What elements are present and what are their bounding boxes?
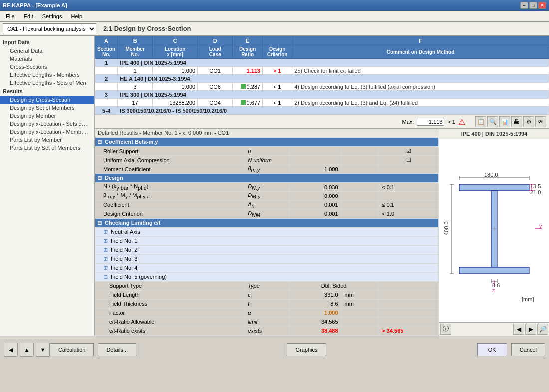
dny-val: 0.030 [289,183,341,192]
menu-help[interactable]: Help [67,12,86,20]
factor-label: Factor [95,308,245,317]
maximize-button[interactable]: □ [529,2,537,9]
svg-text:y: y [539,223,542,229]
main-table-area: A B C D E F SectionNo. MemberNo. Locatio… [95,36,549,115]
table-row: 3 0.000 CO6 0.287 < 1 4) Design accordin… [95,83,549,91]
col-header-e: E [233,36,263,45]
field-thick-crit [379,299,439,308]
max-row-toolbar: Max: > 1 ⚠ 📋 🔍 📊 🖶 ⚙ 👁 [95,115,549,129]
svg-text:180.0: 180.0 [484,172,498,178]
detail-row-field5-header[interactable]: ⊟ Field No. 5 (governing) [95,272,439,281]
col-header-e2 [263,36,292,45]
detail-row-field3[interactable]: ⊞ Field No. 3 [95,254,439,263]
cell-criterion: 4) Design according to Eq. (3) fulfilled… [292,83,549,91]
menu-settings[interactable]: Settings [38,12,66,20]
table-icon-btn-4[interactable]: 🖶 [511,116,522,127]
bottom-right-actions: OK Cancel [477,343,545,356]
svg-text:13.5: 13.5 [530,183,541,189]
table-icon-btn-2[interactable]: 🔍 [487,116,498,127]
detail-row-neutral-axis[interactable]: ⊞ Neutral Axis [95,227,439,236]
support-type-label: Support Type [95,281,245,290]
sidebar-item-design-member[interactable]: Design by Member [0,112,94,120]
detail-section-header-ct[interactable]: ⊟ Checking Limiting c/t [95,218,439,227]
dny-label: N / (ky bar * Npl,d) [95,183,245,192]
ok-button[interactable]: OK [477,343,507,356]
ct-exists-val: 38.488 [289,326,341,335]
table-icon-btn-5[interactable]: ⚙ [523,116,534,127]
field-thick-sym: t [245,299,289,308]
table-row: 1 0.000 CO1 1.113 > 1 25) Check for limi… [95,67,549,75]
nav-up-btn[interactable]: ▲ [20,343,34,357]
sidebar-item-design-cross-section[interactable]: Design by Cross-Section [0,96,94,104]
cs-next-btn[interactable]: ▶ [525,324,536,335]
cancel-button[interactable]: Cancel [511,343,545,356]
max-value-input[interactable] [417,118,444,126]
sidebar-item-design-xloc-sets[interactable]: Design by x-Location - Sets of M [0,120,94,128]
field-length-val: 331.0 [289,290,341,299]
dny-unit [341,183,379,192]
dmy-val: 0.000 [289,192,341,200]
table-icon-btn-1[interactable]: 📋 [475,116,486,127]
cs-prev-btn[interactable]: ◀ [513,324,524,335]
field-thick-unit: mm [341,299,379,308]
detail-row-field4[interactable]: ⊞ Field No. 4 [95,263,439,272]
support-type-val: Dbl. Sided [289,281,378,290]
expand-neutral-icon: ⊞ [103,229,108,235]
moment-sym: βm,y [245,165,289,174]
top-toolbar: CA1 - Flexural buckling analysis 2.1 Des… [0,22,549,36]
sidebar-item-parts-list-member[interactable]: Parts List by Member [0,136,94,144]
cs-zoom-btn[interactable]: 🔎 [537,324,548,335]
cross-section-svg: y z 180.0 [444,157,544,306]
field4-label: Field No. 4 [111,265,137,271]
sidebar-item-materials[interactable]: Materials [0,55,94,63]
analysis-dropdown[interactable]: CA1 - Flexural buckling analysis [3,23,96,34]
nav-prev-btn[interactable]: ◀ [4,343,18,357]
svg-text:8.6: 8.6 [492,282,500,288]
details-button[interactable]: Details... [98,343,136,356]
detail-row-field-thickness: Field Thickness t 8.6 mm [95,299,439,308]
sidebar-item-parts-list-set[interactable]: Parts List by Set of Members [0,144,94,152]
field-length-sym: c [245,290,289,299]
roller-unit [341,147,379,156]
ct-exists-unit [341,326,379,335]
sidebar-item-cross-sections[interactable]: Cross-Sections [0,63,94,71]
field-thick-val: 8.6 [289,299,341,308]
sidebar-item-design-xloc-members[interactable]: Design by x-Location - Members [0,128,94,136]
ct-allow-sym: limit [245,317,289,326]
graphics-button[interactable]: Graphics [287,343,326,356]
cell-criterion: 25) Check for limit c/t failed [292,67,549,75]
close-button[interactable]: ✕ [538,2,546,9]
detail-section-header-design[interactable]: ⊟ Design [95,174,439,183]
table-icon-btn-6[interactable]: 👁 [535,116,546,127]
menu-file[interactable]: File [2,12,19,20]
detail-row-field1[interactable]: ⊞ Field No. 1 [95,236,439,245]
calculation-button[interactable]: Calculation [50,343,94,356]
detail-row-dny: N / (ky bar * Npl,d) DN,y 0.030 < 0.1 [95,183,439,192]
expand-design-icon: ⊟ [97,175,102,181]
menu-edit[interactable]: Edit [20,12,37,20]
roller-sym: u [245,147,289,156]
field2-label: Field No. 2 [111,247,137,253]
col-header-f: F [292,36,549,45]
cs-info-btn[interactable]: ⓘ [440,324,451,335]
section-row-54: 5-4 IS 300/150/10.2/16/0 - IS 500/150/10… [95,107,549,115]
minimize-button[interactable]: – [520,2,528,9]
sidebar-item-general-data[interactable]: General Data [0,47,94,55]
cell-loadcase: CO4 [198,99,233,107]
nav-down-btn[interactable]: ▼ [36,343,50,357]
delta-val: 0.001 [289,200,341,209]
factor-val: 1.000 [289,308,341,317]
detail-row-field2[interactable]: ⊞ Field No. 2 [95,245,439,254]
dmy-sym: DM,y [245,192,289,200]
sidebar-item-eff-lengths-members[interactable]: Effective Lengths - Members [0,71,94,79]
table-icon-btn-3[interactable]: 📊 [499,116,510,127]
cell-section [95,99,118,107]
ct-allow-val: 34.565 [289,317,341,326]
sidebar-item-eff-lengths-sets[interactable]: Effective Lengths - Sets of Men [0,79,94,87]
ct-exists-sym: exists [245,326,289,335]
detail-section-header-coeff[interactable]: ⊟ Coefficient Beta-m,y [95,138,439,147]
cell-ratio: 0.677 [233,99,263,107]
axial-label: Uniform Axial Compression [95,156,245,165]
sidebar-item-design-set-members[interactable]: Design by Set of Members [0,104,94,112]
right-content: A B C D E F SectionNo. MemberNo. Locatio… [95,36,549,336]
